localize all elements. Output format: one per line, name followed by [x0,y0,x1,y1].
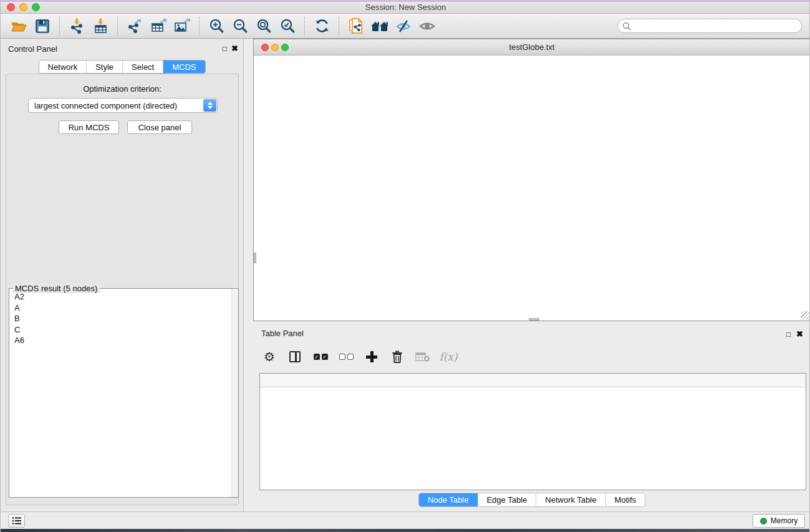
network-view-window: testGlobe.txt [253,39,810,321]
import-network-icon [69,18,85,34]
plus-icon [366,351,377,362]
table-panel: Table Panel □ ✖ ⚙ ✓✓ [253,324,810,511]
show-columns-button[interactable] [287,349,302,365]
show-graphics-details-button[interactable] [415,16,439,36]
application-window: Session: New Session [0,0,810,532]
tab-select[interactable]: Select [123,60,163,73]
tab-style[interactable]: Style [87,60,123,73]
criterion-dropdown[interactable]: largest connected component (directed) [28,98,218,113]
zoom-in-icon [209,18,224,34]
control-panel: Control Panel □ ✖ Network Style Select M… [1,39,244,511]
checked-pair-icon: ✓✓ [314,354,328,360]
table-toolbar: ⚙ ✓✓ [262,347,456,367]
close-panel-icon[interactable]: ✖ [796,329,803,339]
select-all-button[interactable]: ✓✓ [313,349,328,365]
network-graph [254,56,810,321]
network-title: testGlobe.txt [254,42,810,52]
close-panel-icon[interactable]: ✖ [231,44,238,53]
result-item[interactable]: A2 [9,291,231,302]
float-panel-icon[interactable]: □ [786,330,791,339]
optimization-criterion-label: Optimization criterion: [6,84,238,94]
zoom-in-button[interactable] [205,16,228,36]
refresh-icon [314,18,330,34]
new-network-document-icon [348,17,364,34]
eye-slash-icon [395,18,412,34]
zoom-out-button[interactable] [228,16,252,36]
delete-table-icon [415,351,430,362]
memory-status-icon [760,518,767,525]
deselect-all-button[interactable] [339,349,354,365]
result-scrollbar[interactable] [231,289,238,497]
toolbar-separator [59,17,60,36]
network-canvas[interactable] [254,56,810,321]
main-toolbar [1,14,810,39]
toolbar-separator [339,17,339,36]
refresh-button[interactable] [310,16,334,36]
criterion-value: largest connected component (directed) [34,101,177,110]
memory-label: Memory [771,516,798,525]
tab-mcds[interactable]: MCDS [163,60,205,73]
tab-network-table[interactable]: Network Table [536,493,605,506]
zoom-selected-button[interactable] [276,16,299,36]
import-table-icon [92,18,108,34]
control-panel-tabs: Network Style Select MCDS [38,60,205,74]
result-item[interactable]: C [9,324,231,336]
trash-icon [391,350,403,364]
result-item[interactable]: A [9,302,231,314]
columns-icon [289,351,301,362]
import-network-button[interactable] [65,16,89,36]
window-resize-handle[interactable] [801,311,809,320]
export-table-icon [150,18,167,34]
tab-edge-table[interactable]: Edge Table [478,493,536,506]
save-session-button[interactable] [31,16,54,36]
result-item[interactable]: B [9,313,231,324]
gear-icon: ⚙ [264,351,275,363]
export-image-button[interactable] [170,16,194,36]
float-panel-icon[interactable]: □ [223,44,227,53]
node-table [259,373,806,490]
search-field[interactable] [617,19,802,33]
tab-network[interactable]: Network [39,60,87,73]
open-folder-icon [11,19,27,34]
dropdown-stepper-icon [203,99,216,112]
mcds-result-box: MCDS result (5 nodes) A2ABCA6 [9,288,239,498]
run-mcds-button[interactable]: Run MCDS [59,120,119,134]
close-panel-button[interactable]: Close panel [127,120,192,134]
delete-table-button[interactable] [415,349,430,365]
toolbar-separator [117,17,118,36]
control-panel-title: Control Panel [8,44,57,54]
tab-motifs[interactable]: Motifs [605,493,645,506]
memory-button[interactable]: Memory [753,514,805,528]
result-item[interactable]: A6 [9,335,231,346]
home-pair-icon [370,19,389,34]
export-table-button[interactable] [147,16,170,36]
add-column-button[interactable] [364,349,379,365]
status-bar: Memory [1,511,810,529]
search-input[interactable] [634,22,790,31]
canvas-bottom-grip[interactable] [529,318,539,321]
export-network-button[interactable] [123,16,147,36]
toolbar-separator [304,17,305,36]
zoom-fit-button[interactable] [252,16,276,36]
delete-column-button[interactable] [390,349,405,365]
export-network-icon [127,18,143,34]
open-file-button[interactable] [7,16,31,36]
zoom-fit-icon [256,18,272,34]
hide-graphics-details-button[interactable] [392,16,415,36]
home-views-button[interactable] [368,16,392,36]
session-title: Session: New Session [1,2,810,12]
network-window-titlebar[interactable]: testGlobe.txt [254,39,810,56]
save-icon [35,19,50,34]
new-network-from-selection-button[interactable] [344,16,368,36]
task-history-button[interactable] [8,514,25,528]
desktop-background [1,529,810,532]
zoom-selected-icon [280,18,296,34]
export-image-icon [173,18,191,34]
right-area: testGlobe.txt Table Panel □ ✖ ⚙ ✓✓ [253,39,810,511]
tab-node-table[interactable]: Node Table [419,493,478,506]
function-builder-button[interactable]: f(x) [441,349,456,365]
table-settings-button[interactable]: ⚙ [262,349,277,365]
unchecked-pair-icon [339,354,354,360]
canvas-left-grip[interactable] [254,253,256,263]
import-table-button[interactable] [89,16,112,36]
